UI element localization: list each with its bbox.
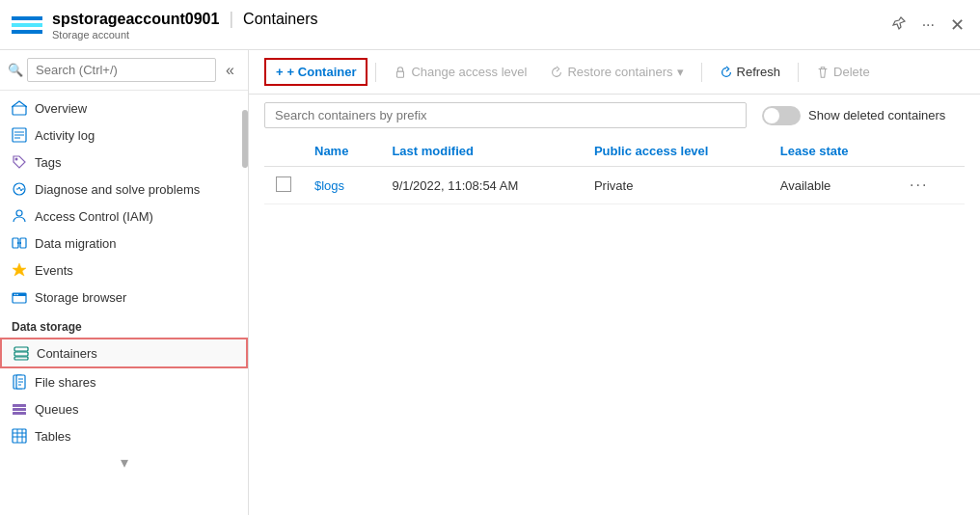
data-storage-section: Data storage <box>0 311 248 338</box>
restore-containers-button[interactable]: Restore containers ▾ <box>540 60 693 84</box>
diagnose-icon <box>12 181 27 197</box>
sidebar-item-label: Tags <box>35 155 61 170</box>
sidebar-item-queues[interactable]: Queues <box>0 395 248 422</box>
containers-table: Name Last modified Public access level L… <box>264 136 965 204</box>
svg-rect-24 <box>13 412 26 415</box>
toolbar-separator-1 <box>375 63 376 82</box>
col-name[interactable]: Name <box>303 136 380 167</box>
sidebar-item-containers[interactable]: Containers <box>0 338 248 368</box>
refresh-icon <box>720 66 733 79</box>
svg-rect-25 <box>13 429 26 443</box>
subtitle: Storage account <box>52 29 317 41</box>
tag-icon <box>12 154 27 170</box>
pin-button[interactable] <box>887 12 911 39</box>
sidebar-scroll: Overview Activity log Tags <box>0 91 248 515</box>
storage-account-name: spstorageaccount0901 <box>52 11 219 28</box>
search-bar-row: Show deleted containers <box>264 102 965 128</box>
sidebar-item-overview[interactable]: Overview <box>0 95 248 122</box>
containers-icon <box>14 345 29 361</box>
storage-browser-icon <box>12 289 27 305</box>
sidebar-item-tags[interactable]: Tags <box>0 149 248 176</box>
title-separator: | <box>229 9 233 29</box>
scroll-down-indicator: ▾ <box>0 449 248 475</box>
sidebar-item-storage-browser[interactable]: Storage browser <box>0 284 248 311</box>
svg-point-7 <box>16 210 22 216</box>
delete-button[interactable]: Delete <box>806 60 880 84</box>
sidebar-item-label: Queues <box>35 402 79 417</box>
page-title: Containers <box>243 11 317 28</box>
col-last-modified[interactable]: Last modified <box>380 136 583 167</box>
svg-rect-15 <box>14 352 28 356</box>
row-public-access: Private <box>583 167 769 204</box>
sidebar-item-file-shares[interactable]: File shares <box>0 368 248 395</box>
sidebar-item-diagnose[interactable]: Diagnose and solve problems <box>0 176 248 203</box>
search-icon: 🔍 <box>8 63 23 77</box>
sidebar-item-label: File shares <box>35 375 96 390</box>
sidebar-item-label: Containers <box>37 346 97 361</box>
toolbar-separator-3 <box>798 63 799 82</box>
row-last-modified: 9/1/2022, 11:08:54 AM <box>380 167 583 204</box>
sidebar-item-label: Tables <box>35 429 71 444</box>
sidebar-item-data-migration[interactable]: Data migration <box>0 230 248 257</box>
change-access-label: Change access level <box>411 65 527 79</box>
main-layout: 🔍 « Overview <box>0 50 980 515</box>
sidebar-item-activity-log[interactable]: Activity log <box>0 122 248 149</box>
col-public-access[interactable]: Public access level <box>583 136 769 167</box>
table-row: $logs 9/1/2022, 11:08:54 AM Private Avai… <box>264 167 965 204</box>
prefix-search-input[interactable] <box>264 102 747 128</box>
svg-point-13 <box>16 294 18 296</box>
refresh-button[interactable]: Refresh <box>710 60 791 84</box>
svg-rect-22 <box>13 404 26 407</box>
delete-label: Delete <box>833 65 870 79</box>
sidebar-item-label: Overview <box>35 101 87 116</box>
svg-rect-14 <box>14 347 28 351</box>
change-access-button[interactable]: Change access level <box>384 60 536 84</box>
show-deleted-toggle[interactable] <box>762 106 801 125</box>
sidebar-item-label: Diagnose and solve problems <box>35 182 200 197</box>
row-name[interactable]: $logs <box>303 167 380 204</box>
sidebar-item-access-control[interactable]: Access Control (IAM) <box>0 203 248 230</box>
svg-rect-23 <box>13 408 26 411</box>
add-container-button[interactable]: + + Container <box>264 58 368 86</box>
show-deleted-label: Show deleted containers <box>808 108 945 122</box>
row-more-button[interactable]: ··· <box>904 175 934 196</box>
restore-icon <box>550 66 563 79</box>
sidebar-item-label: Access Control (IAM) <box>35 209 153 224</box>
show-deleted-toggle-label: Show deleted containers <box>762 106 945 125</box>
sidebar-item-label: Events <box>35 263 73 278</box>
svg-rect-30 <box>397 71 404 77</box>
sidebar-item-label: Activity log <box>35 128 95 143</box>
sidebar-item-label: Storage browser <box>35 290 126 305</box>
title-text: spstorageaccount0901 | Containers Storag… <box>52 9 317 41</box>
toolbar: + + Container Change access level Restor… <box>249 50 980 95</box>
events-icon <box>12 262 27 278</box>
sidebar-collapse-button[interactable]: « <box>220 60 240 81</box>
svg-rect-16 <box>14 357 28 360</box>
storage-account-icon <box>12 14 42 37</box>
svg-rect-0 <box>13 106 26 115</box>
col-actions <box>892 136 965 167</box>
row-lease-state: Available <box>769 167 892 204</box>
sidebar: 🔍 « Overview <box>0 50 249 515</box>
sidebar-item-label: Data migration <box>35 236 117 251</box>
sidebar-search: 🔍 « <box>0 50 248 91</box>
col-lease-state[interactable]: Lease state <box>769 136 892 167</box>
plus-icon: + <box>276 65 284 79</box>
row-checkbox-cell[interactable] <box>264 167 303 204</box>
more-options-button[interactable]: ··· <box>918 13 939 38</box>
col-checkbox <box>264 136 303 167</box>
table-area: Name Last modified Public access level L… <box>249 136 980 515</box>
sidebar-item-events[interactable]: Events <box>0 257 248 284</box>
sidebar-item-tables[interactable]: Tables <box>0 422 248 449</box>
svg-rect-9 <box>20 238 26 248</box>
tables-icon <box>12 428 27 444</box>
row-more-actions[interactable]: ··· <box>892 167 965 204</box>
row-checkbox[interactable] <box>276 176 291 192</box>
migration-icon <box>12 235 27 251</box>
close-button[interactable]: ✕ <box>946 11 968 40</box>
lock-icon <box>394 66 407 79</box>
content-area: + + Container Change access level Restor… <box>249 50 980 515</box>
search-input[interactable] <box>27 58 216 82</box>
table-header-row: Name Last modified Public access level L… <box>264 136 965 167</box>
file-shares-icon <box>12 374 27 390</box>
